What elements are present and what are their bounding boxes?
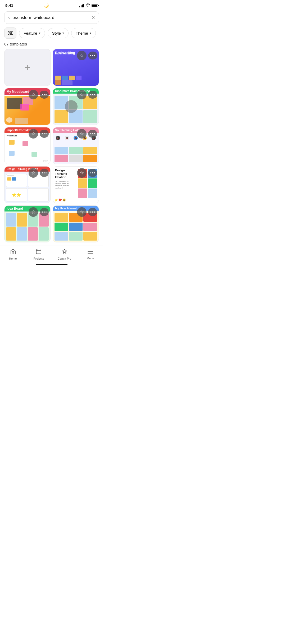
dt2-card-actions: ☆ — [77, 168, 97, 178]
nav-menu[interactable]: Menu — [82, 249, 98, 260]
star-icon: ☆ — [80, 131, 84, 137]
disruptive-more-button[interactable] — [88, 91, 97, 99]
moodboard-card[interactable]: My Moodboard ☆ — [4, 88, 51, 125]
nav-canva-pro[interactable]: Canva Pro — [57, 249, 73, 260]
signal-icon — [79, 4, 84, 7]
add-icon: + — [25, 62, 30, 73]
style-chevron-icon: ▾ — [62, 31, 64, 35]
canva-pro-icon — [61, 249, 68, 256]
clear-search-button[interactable]: ✕ — [92, 15, 95, 20]
disruptive-card-actions: ☆ — [77, 90, 97, 99]
six-hats-card[interactable]: 🎩 🎩 🎩 🎩 🎩 — [53, 127, 99, 164]
svg-point-5 — [9, 34, 10, 35]
star-icon: ☆ — [80, 92, 84, 98]
dt2-favorite-button[interactable]: ☆ — [77, 168, 87, 178]
bottom-nav: Home Projects Canva Pro Menu — [0, 246, 103, 262]
brainwriting-favorite-button[interactable]: ☆ — [77, 51, 87, 60]
home-indicator — [0, 262, 103, 268]
canva-pro-label: Canva Pro — [58, 257, 71, 260]
star-icon: ☆ — [31, 92, 35, 98]
style-filter-button[interactable]: Style ▾ — [48, 28, 69, 38]
filter-icon-button[interactable] — [4, 27, 16, 39]
search-query[interactable]: brainstorm whiteboard — [12, 15, 89, 20]
user-manual-card[interactable]: My User Manual ☆ — [53, 205, 99, 242]
star-icon: ☆ — [80, 170, 84, 176]
dt2-more-button[interactable] — [88, 169, 97, 177]
filter-row: Feature ▾ Style ▾ Theme ▾ — [0, 24, 103, 41]
star-icon: ☆ — [31, 209, 35, 215]
brainwriting-card[interactable]: Brainwriting Write the main topic... ☆ — [53, 49, 99, 86]
search-bar[interactable]: ‹ brainstorm whiteboard ✕ — [4, 11, 99, 24]
battery-icon — [92, 4, 98, 7]
home-icon — [10, 249, 16, 256]
six-hats-more-button[interactable] — [88, 130, 97, 138]
brainwriting-more-button[interactable] — [88, 52, 97, 59]
six-hats-favorite-button[interactable]: ☆ — [77, 129, 87, 139]
status-icons — [79, 3, 98, 7]
theme-filter-label: Theme — [76, 31, 88, 35]
home-label: Home — [9, 257, 17, 260]
moodboard-favorite-button[interactable]: ☆ — [29, 90, 38, 99]
feature-filter-button[interactable]: Feature ▾ — [19, 28, 45, 38]
projects-label: Projects — [33, 257, 44, 260]
status-time: 9:41 — [5, 3, 13, 8]
dt-ideation-1-card[interactable]: Idea starter ⭐ ⭐ Design Thinking Ideatio… — [4, 166, 51, 203]
dt1-favorite-button[interactable]: ☆ — [29, 168, 38, 178]
user-manual-more-button[interactable] — [88, 208, 97, 216]
menu-icon — [87, 249, 93, 256]
six-hats-card-actions: ☆ — [77, 129, 97, 139]
status-moon-icon: 🌙 — [44, 3, 49, 8]
template-grid: + Brainwriting Write the main topic... ☆ — [0, 49, 103, 242]
star-icon: ☆ — [80, 53, 84, 58]
idea-board-card[interactable]: Idea Board ☆ — [4, 205, 51, 242]
impact-favorite-button[interactable]: ☆ — [29, 129, 38, 139]
theme-chevron-icon: ▾ — [90, 31, 91, 35]
moodboard-more-button[interactable] — [40, 91, 49, 99]
star-icon: ☆ — [31, 131, 35, 137]
svg-point-3 — [9, 31, 10, 33]
nav-home[interactable]: Home — [5, 249, 21, 260]
nav-projects[interactable]: Projects — [31, 249, 47, 260]
dt1-more-button[interactable] — [40, 169, 49, 177]
back-button[interactable]: ‹ — [8, 15, 10, 20]
feature-chevron-icon: ▾ — [39, 31, 40, 35]
theme-filter-button[interactable]: Theme ▾ — [71, 28, 96, 38]
disruptive-card[interactable]: Disruptive Brainstorming ☆ — [53, 88, 99, 125]
dt-ideation-2-card[interactable]: DesignThinkingIdeation Let's brainstorm … — [53, 166, 99, 203]
projects-icon — [36, 249, 42, 256]
template-count: 67 templates — [0, 41, 103, 49]
brainwriting-card-actions: ☆ — [77, 51, 97, 60]
dt1-card-actions: ☆ — [29, 168, 49, 178]
wifi-icon — [86, 3, 90, 7]
impact-card-actions: ☆ — [29, 129, 49, 139]
idea-board-more-button[interactable] — [40, 208, 49, 216]
svg-rect-6 — [36, 249, 41, 254]
star-icon: ☆ — [80, 209, 84, 215]
moodboard-card-actions: ☆ — [29, 90, 49, 99]
idea-board-card-actions: ☆ — [29, 207, 49, 217]
user-manual-favorite-button[interactable]: ☆ — [77, 207, 87, 217]
home-bar — [36, 264, 67, 265]
idea-board-favorite-button[interactable]: ☆ — [29, 207, 38, 217]
status-bar: 9:41 🌙 — [0, 0, 103, 9]
user-manual-card-actions: ☆ — [77, 207, 97, 217]
add-new-template[interactable]: + — [4, 49, 51, 86]
menu-label: Menu — [87, 257, 94, 260]
style-filter-label: Style — [52, 31, 61, 35]
disruptive-favorite-button[interactable]: ☆ — [77, 90, 87, 99]
impact-more-button[interactable] — [40, 130, 49, 138]
svg-point-4 — [11, 33, 12, 34]
feature-filter-label: Feature — [24, 31, 37, 35]
impact-card[interactable]: Project List EFFORT Impact/Effort Matrix — [4, 127, 51, 164]
star-icon: ☆ — [31, 170, 35, 176]
